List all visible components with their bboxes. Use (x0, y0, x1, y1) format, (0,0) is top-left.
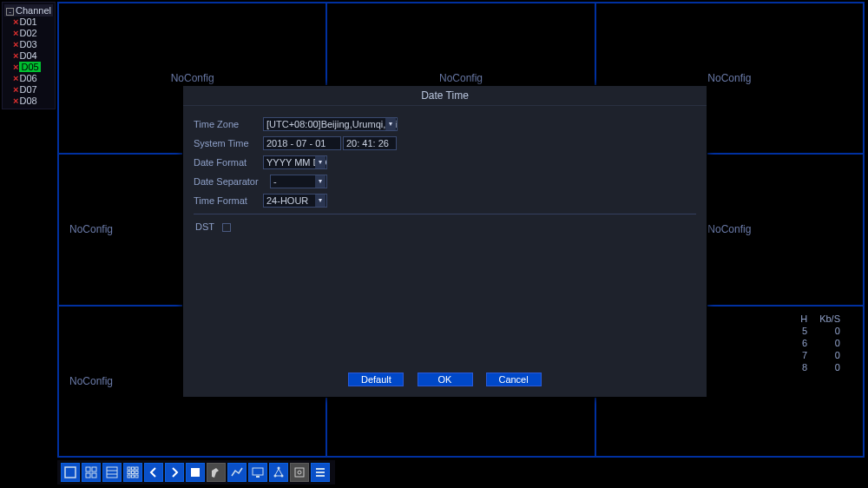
stats-cell: 0 (819, 338, 851, 348)
stats-cell: 5 (800, 326, 818, 336)
x-icon: × (13, 96, 18, 106)
channel-sidebar: -Channel ×D01×D02×D03×D04×D05×D06×D07×D0… (2, 2, 56, 109)
noconfig-label: NoConfig (69, 375, 113, 387)
time-zone-select[interactable]: [UTC+08:00]Beijing,Urumqi,Taipei ▾ (263, 117, 398, 131)
svg-rect-12 (132, 472, 135, 474)
channel-label: D08 (19, 96, 36, 106)
channel-title: Channel (16, 5, 51, 16)
stats-cell: 0 (819, 362, 851, 373)
channel-item[interactable]: ×D08 (4, 96, 53, 107)
x-icon: × (13, 16, 18, 27)
x-icon: × (13, 50, 18, 61)
svg-rect-0 (65, 467, 76, 478)
svg-line-24 (279, 469, 282, 475)
stats-cell: 0 (819, 326, 851, 336)
dst-label: DST (195, 221, 214, 232)
svg-rect-5 (107, 467, 117, 478)
time-format-label: Time Format (194, 195, 263, 206)
chart-icon[interactable] (227, 463, 247, 482)
svg-rect-9 (132, 467, 135, 470)
channel-label: D07 (19, 84, 36, 95)
svg-line-23 (275, 469, 279, 475)
x-icon: × (13, 84, 18, 95)
svg-rect-16 (135, 475, 138, 478)
prev-icon[interactable] (144, 463, 163, 482)
channel-item[interactable]: ×D04 (4, 50, 53, 62)
divider (194, 214, 696, 214)
channel-item[interactable]: ×D03 (4, 39, 53, 50)
view-2x2-icon[interactable] (82, 463, 101, 482)
svg-rect-2 (92, 467, 96, 472)
channel-label: D02 (19, 28, 36, 38)
channel-item[interactable]: ×D06 (4, 73, 53, 84)
noconfig-label: NoConfig (171, 72, 214, 84)
channel-item[interactable]: ×D07 (4, 84, 53, 96)
svg-rect-4 (92, 473, 96, 478)
channel-item[interactable]: ×D01 (4, 16, 53, 28)
system-date-value: 2018 - 07 - 01 (266, 137, 326, 149)
system-time-input[interactable]: 20: 41: 26 (343, 136, 397, 150)
time-format-value: 24-HOUR (266, 195, 308, 207)
tree-collapse-icon[interactable]: - (6, 8, 14, 16)
date-format-select[interactable]: YYYY MM DD ▾ (263, 155, 327, 169)
dst-checkbox[interactable] (222, 223, 231, 232)
svg-rect-11 (128, 472, 130, 474)
stats-cell: 0 (819, 350, 851, 360)
view-3x3-icon[interactable] (123, 463, 142, 482)
cancel-button[interactable]: Cancel (486, 373, 542, 386)
svg-rect-3 (86, 473, 90, 478)
date-time-dialog: Date Time Time Zone [UTC+08:00]Beijing,U… (182, 85, 707, 398)
channel-label: D06 (19, 73, 36, 83)
svg-rect-18 (253, 468, 263, 475)
stats-header: H (800, 313, 818, 324)
stats-cell: 7 (800, 350, 818, 360)
x-icon: × (13, 39, 18, 49)
noconfig-label: NoConfig (439, 72, 483, 84)
next-icon[interactable] (165, 463, 184, 482)
x-icon: × (13, 62, 18, 72)
channel-label: D05 (19, 62, 40, 72)
noconfig-label: NoConfig (707, 72, 751, 84)
svg-rect-1 (86, 467, 90, 472)
svg-rect-8 (128, 467, 130, 470)
channel-header[interactable]: -Channel (4, 4, 53, 16)
date-separator-value: - (273, 175, 277, 188)
view-1x1-icon[interactable] (61, 463, 80, 482)
network-icon[interactable] (269, 463, 288, 482)
chevron-down-icon: ▾ (315, 175, 326, 188)
svg-rect-13 (135, 472, 138, 474)
system-date-input[interactable]: 2018 - 07 - 01 (263, 136, 341, 150)
time-zone-label: Time Zone (194, 119, 263, 129)
chevron-down-icon: ▾ (315, 156, 326, 168)
svg-rect-14 (128, 475, 130, 478)
toolbar (57, 460, 335, 485)
disk-icon[interactable] (290, 463, 309, 482)
x-icon: × (13, 73, 18, 83)
date-separator-select[interactable]: - ▾ (270, 175, 327, 188)
noconfig-label: NoConfig (69, 223, 113, 235)
view-list-icon[interactable] (102, 463, 122, 482)
dialog-title: Date Time (183, 86, 707, 106)
chevron-down-icon: ▾ (315, 195, 326, 207)
x-icon: × (13, 28, 18, 38)
hammer-icon[interactable] (207, 463, 226, 482)
stats-table: HKb/S50607080 (799, 312, 852, 374)
monitor-icon[interactable] (248, 463, 267, 482)
channel-label: D04 (19, 50, 36, 61)
time-format-select[interactable]: 24-HOUR ▾ (263, 194, 327, 208)
channel-item[interactable]: ×D05 (4, 62, 53, 73)
list-detail-icon[interactable] (311, 463, 330, 482)
svg-rect-17 (191, 468, 200, 477)
default-button[interactable]: Default (348, 373, 404, 386)
stats-header: Kb/S (819, 313, 851, 324)
channel-label: D03 (19, 39, 36, 49)
fullscreen-icon[interactable] (186, 463, 205, 482)
date-format-label: Date Format (194, 157, 263, 168)
channel-label: D01 (19, 16, 36, 27)
time-zone-value: [UTC+08:00]Beijing,Urumqi,Taipei (266, 118, 398, 130)
noconfig-label: NoConfig (707, 223, 751, 235)
channel-item[interactable]: ×D02 (4, 28, 53, 39)
system-time-value: 20: 41: 26 (346, 137, 389, 149)
ok-button[interactable]: OK (418, 373, 473, 386)
svg-rect-26 (295, 468, 304, 477)
